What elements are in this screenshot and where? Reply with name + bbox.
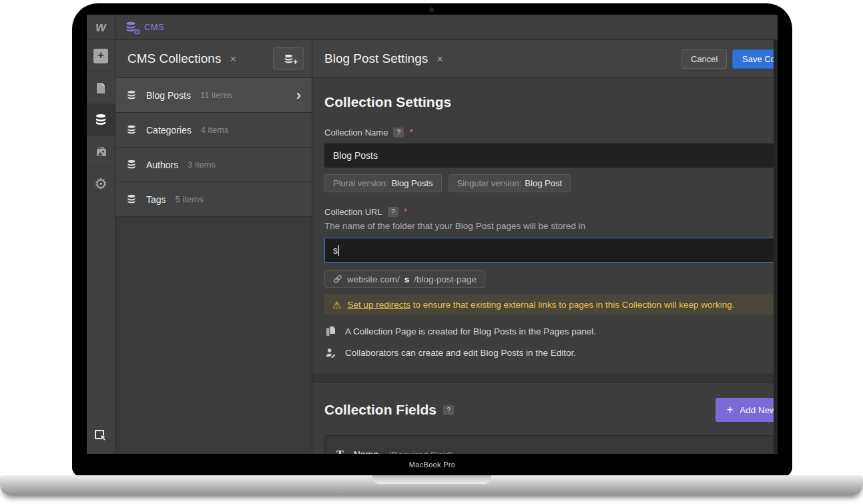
right-edge-scroll-track[interactable] — [774, 40, 778, 454]
settings-panel: Blog Post Settings × Cancel Save Collect… — [312, 40, 778, 454]
cms-database-gear-icon: ⚙ — [125, 21, 138, 33]
field-row-name[interactable]: T Name (Required Field) — [324, 435, 778, 454]
database-icon — [126, 194, 137, 204]
set-up-redirects-link[interactable]: Set up redirects — [347, 300, 410, 310]
main-area: ⚙ CMS CMS Collections × — [115, 15, 778, 454]
collection-url-input[interactable]: s — [324, 238, 778, 263]
webflow-logo-glyph: w — [95, 19, 106, 35]
collection-item-categories[interactable]: Categories 4 items — [115, 113, 312, 148]
preview-toggle-button[interactable] — [87, 418, 115, 454]
collection-name-label-row: Collection Name ? * — [324, 127, 778, 138]
section-separator — [312, 374, 778, 383]
text-caret — [338, 245, 339, 256]
app-breadcrumb: CMS — [144, 22, 164, 32]
text-field-type-icon: T — [336, 449, 344, 454]
collection-name: Tags — [146, 194, 166, 205]
url-preview-suffix: /blog-post-page — [414, 274, 477, 284]
device-label: MacBook Pro — [72, 461, 792, 469]
close-icon[interactable]: × — [230, 53, 236, 65]
add-new-label: Add New — [740, 405, 776, 415]
plural-label: Plural version: — [333, 178, 388, 188]
macbook-mockup: w + — [0, 0, 863, 504]
collection-name-value: Blog Posts — [333, 150, 378, 161]
collection-count: 3 items — [188, 160, 216, 170]
cancel-button[interactable]: Cancel — [681, 49, 727, 69]
gear-overlay-icon: ⚙ — [133, 28, 141, 36]
field-name: Name — [354, 449, 378, 454]
app-screen: w + — [87, 15, 778, 454]
plural-value: Blog Posts — [391, 178, 433, 188]
collection-name: Categories — [146, 125, 192, 136]
collection-page-info-row: A Collection Page is created for Blog Po… — [324, 326, 778, 336]
images-icon — [95, 146, 107, 158]
collections-panel-header: CMS Collections × + — [115, 40, 312, 78]
collection-item-tags[interactable]: Tags 5 items — [115, 182, 312, 217]
settings-button[interactable]: ⚙ — [87, 168, 115, 200]
singular-version-badge: Singular version: Blog Post — [449, 174, 571, 192]
help-icon[interactable]: ? — [393, 128, 404, 138]
plus-icon: + — [93, 49, 108, 63]
singular-label: Singular version: — [457, 178, 522, 188]
collaborator-edit-icon — [324, 348, 336, 358]
database-icon — [284, 54, 294, 64]
collection-name-input[interactable]: Blog Posts — [324, 144, 778, 168]
database-icon — [94, 113, 107, 126]
webcam-dot — [429, 7, 434, 12]
pages-button[interactable] — [87, 72, 115, 104]
toolbar-spacer — [87, 200, 115, 418]
collection-url-label-row: Collection URL ? * — [324, 206, 778, 217]
save-collection-button[interactable]: Save Collection — [732, 49, 778, 69]
add-elements-button[interactable]: + — [87, 40, 115, 72]
collection-name-label: Collection Name — [324, 128, 388, 138]
singular-value: Blog Post — [525, 178, 562, 188]
collection-fields-heading: Collection Fields — [324, 402, 437, 418]
collection-count: 5 items — [176, 194, 204, 204]
collection-name: Blog Posts — [146, 90, 191, 101]
plus-icon: + — [727, 404, 733, 416]
collection-settings-heading: Collection Settings — [324, 94, 778, 110]
collection-count: 11 items — [200, 90, 232, 100]
collaborators-info-text: Collaborators can create and edit Blog P… — [345, 348, 576, 358]
page-icon — [95, 82, 106, 94]
plus-icon: + — [293, 58, 298, 66]
url-preview-prefix: website.com/ — [347, 274, 400, 284]
settings-panel-title: Blog Post Settings — [324, 51, 428, 66]
left-toolbar: w + — [87, 15, 115, 454]
collection-count: 4 items — [201, 125, 229, 135]
add-new-field-button[interactable]: + Add New — [715, 398, 778, 422]
redirects-warning-banner: ⚠ Set up redirects to ensure that existi… — [324, 294, 778, 314]
close-icon[interactable]: × — [437, 53, 443, 65]
collection-fields-header: Collection Fields ? + Add New — [324, 398, 778, 422]
help-icon[interactable]: ? — [388, 207, 398, 217]
workspace: CMS Collections × + — [115, 40, 778, 454]
collections-panel: CMS Collections × + — [115, 40, 312, 454]
cms-button[interactable] — [87, 104, 115, 136]
plural-version-badge: Plural version: Blog Posts — [324, 174, 442, 192]
laptop-base-notch — [372, 475, 491, 484]
preview-cursor-icon — [93, 429, 108, 443]
webflow-logo[interactable]: w — [87, 15, 115, 40]
pages-icon — [324, 326, 336, 336]
collection-name: Authors — [146, 160, 178, 170]
link-icon — [333, 274, 342, 284]
field-required-note: (Required Field) — [388, 450, 453, 455]
help-icon[interactable]: ? — [443, 405, 454, 415]
collaborators-info-row: Collaborators can create and edit Blog P… — [324, 348, 778, 358]
warning-text: to ensure that existing external links t… — [413, 300, 735, 310]
gear-icon: ⚙ — [94, 177, 107, 192]
laptop-base — [0, 475, 863, 495]
url-preview-badge: website.com/s/blog-post-page — [324, 270, 485, 288]
add-collection-button[interactable]: + — [273, 47, 304, 70]
assets-button[interactable] — [87, 136, 115, 168]
settings-panel-header: Blog Post Settings × Cancel Save Collect… — [312, 40, 778, 78]
collection-page-info-text: A Collection Page is created for Blog Po… — [345, 326, 596, 336]
settings-scroll-area: Collection Settings Collection Name ? * … — [312, 78, 778, 454]
collection-item-authors[interactable]: Authors 3 items — [115, 148, 312, 182]
url-preview-slug: s — [404, 274, 410, 284]
required-asterisk: * — [409, 127, 412, 138]
collection-item-blog-posts[interactable]: Blog Posts 11 items › — [115, 78, 312, 113]
database-icon — [126, 125, 137, 135]
chevron-right-icon: › — [296, 88, 301, 103]
name-version-badges: Plural version: Blog Posts Singular vers… — [324, 174, 778, 192]
collection-url-helper-text: The name of the folder that your Blog Po… — [324, 221, 778, 231]
